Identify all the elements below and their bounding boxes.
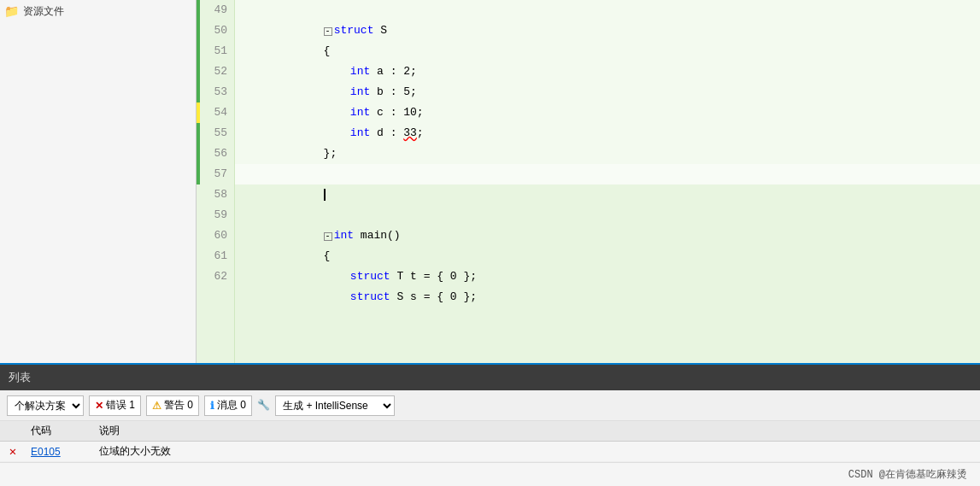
line-62: 62 <box>197 266 234 287</box>
line-52: 52 <box>197 61 234 82</box>
indicator-55 <box>197 123 200 143</box>
line-55: 55 <box>197 123 234 143</box>
table-row[interactable]: ✕ E0105 位域的大小无效 <box>0 442 980 462</box>
sidebar-label: 资源文件 <box>23 4 64 19</box>
folder-icon: 📁 <box>4 4 19 19</box>
line-53: 53 <box>197 82 234 102</box>
line-49: 49 <box>197 0 234 20</box>
line-numbers: 49 50 51 52 <box>197 0 235 363</box>
line-54: 54 <box>197 102 234 123</box>
line-60: 60 <box>197 225 234 246</box>
indicator-56 <box>197 143 200 164</box>
sidebar-title: 📁 资源文件 <box>4 4 191 19</box>
error-panel-header: 列表 <box>0 365 980 390</box>
indicator-49 <box>197 0 200 20</box>
warning-filter-button[interactable]: ⚠ 警告 0 <box>146 395 199 416</box>
error-filter-x-icon: ✕ <box>95 400 103 412</box>
code-line-57 <box>235 164 980 184</box>
error-table: 代码 说明 ✕ E0105 位域的大小无效 <box>0 421 980 462</box>
editor-area: 📁 资源文件 49 50 <box>0 0 980 363</box>
line-57: 57 <box>197 164 234 184</box>
col-desc-header: 说明 <box>94 424 980 438</box>
error-table-header: 代码 说明 <box>0 421 980 442</box>
indicator-50 <box>197 20 200 41</box>
code-panel[interactable]: 49 50 51 52 <box>197 0 980 363</box>
bottom-bar: CSDN @在肯德基吃麻辣烫 <box>0 462 980 486</box>
warning-filter-icon: ⚠ <box>152 400 161 412</box>
indicator-54 <box>197 102 200 123</box>
collapse-59[interactable]: - <box>324 232 332 241</box>
indicator-51 <box>197 41 200 61</box>
code-line-59: -int main() <box>235 205 980 225</box>
line-59: 59 <box>197 205 234 225</box>
message-filter-button[interactable]: ℹ 消息 0 <box>204 395 252 416</box>
error-row-icon: ✕ <box>0 444 26 459</box>
solution-select[interactable]: 个解决方案 <box>7 395 84 416</box>
code-line-51: int a : 2; <box>235 41 980 61</box>
watermark-text: CSDN @在肯德基吃麻辣烫 <box>848 467 967 482</box>
code-line-56 <box>235 143 980 164</box>
error-panel-title: 列表 <box>9 370 31 385</box>
line-58: 58 <box>197 184 234 205</box>
error-panel: 列表 个解决方案 ✕ 错误 1 ⚠ 警告 0 ℹ 消息 0 🔧 生成 + Int… <box>0 363 980 462</box>
col-code-header: 代码 <box>26 424 94 438</box>
code-lines[interactable]: -struct S { int a : 2; int b : 5; <box>235 0 980 363</box>
message-filter-label: 消息 0 <box>217 398 246 413</box>
indicator-52 <box>197 61 200 82</box>
line-50: 50 <box>197 20 234 41</box>
error-filter-button[interactable]: ✕ 错误 1 <box>89 395 141 416</box>
error-row-code[interactable]: E0105 <box>26 446 94 458</box>
filter-icon: 🔧 <box>257 399 270 412</box>
error-list-toolbar: 个解决方案 ✕ 错误 1 ⚠ 警告 0 ℹ 消息 0 🔧 生成 + Intell… <box>0 390 980 421</box>
line-56: 56 <box>197 143 234 164</box>
collapse-49[interactable]: - <box>324 27 332 36</box>
message-filter-icon: ℹ <box>210 400 214 412</box>
main-container: 📁 资源文件 49 50 <box>0 0 980 486</box>
indicator-57 <box>197 164 200 184</box>
text-cursor <box>324 189 326 201</box>
line-61: 61 <box>197 246 234 266</box>
error-filter-label: 错误 1 <box>106 398 135 413</box>
code-line-49: -struct S <box>235 0 980 20</box>
code-line-58 <box>235 184 980 205</box>
code-line-61: struct T t = { 0 }; <box>235 246 980 266</box>
build-select[interactable]: 生成 + IntelliSense <box>275 395 395 416</box>
error-row-description: 位域的大小无效 <box>94 444 980 459</box>
indicator-53 <box>197 82 200 102</box>
sidebar: 📁 资源文件 <box>0 0 197 363</box>
code-content: 49 50 51 52 <box>197 0 980 363</box>
line-51: 51 <box>197 41 234 61</box>
warning-filter-label: 警告 0 <box>164 398 193 413</box>
